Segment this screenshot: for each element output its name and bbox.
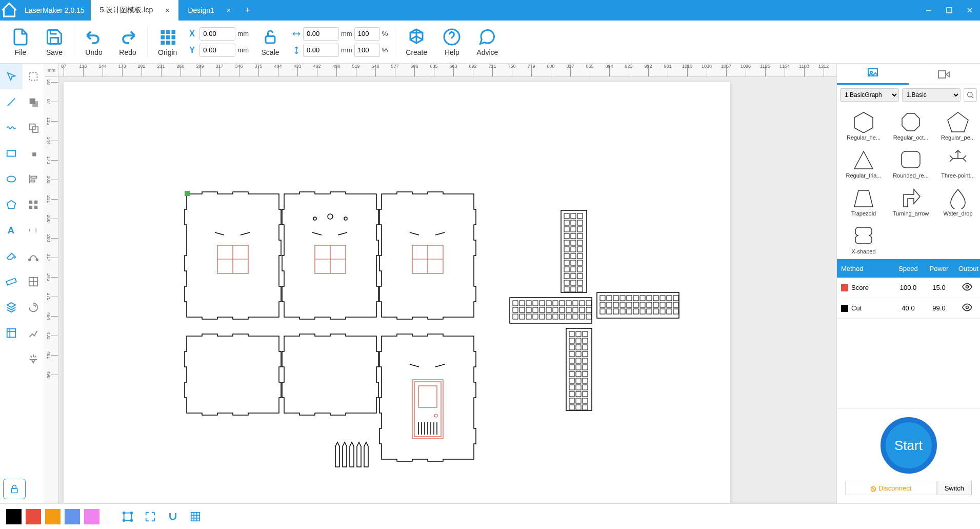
shape-item[interactable]: Regular_oct... — [888, 107, 933, 143]
maximize-button[interactable] — [939, 0, 959, 21]
svg-rect-91 — [577, 240, 583, 245]
category1-select[interactable]: 1.BasicGraph — [840, 88, 899, 102]
grid-tool[interactable] — [0, 320, 23, 346]
origin-marker — [185, 191, 190, 196]
undo-button[interactable]: Undo — [77, 25, 110, 60]
svg-rect-185 — [600, 296, 605, 301]
scale-button[interactable]: Scale — [254, 25, 287, 60]
color-swatch[interactable] — [65, 509, 80, 524]
intersect-tool[interactable] — [23, 141, 45, 166]
svg-rect-92 — [564, 247, 569, 252]
color-swatch[interactable] — [84, 509, 99, 524]
tab-inactive[interactable]: Design1 × — [178, 0, 240, 21]
array-tool[interactable] — [23, 269, 45, 295]
create-button[interactable]: Create — [398, 25, 434, 60]
tab-add-button[interactable]: + — [240, 0, 255, 21]
svg-rect-99 — [571, 260, 576, 265]
tab-active[interactable]: 5.设计图模板.lcp × — [91, 0, 179, 21]
canvas[interactable] — [58, 77, 836, 503]
file-button[interactable]: File — [4, 25, 37, 60]
align-left-tool[interactable] — [23, 166, 45, 192]
line-tool[interactable] — [0, 89, 23, 115]
svg-rect-214 — [633, 309, 638, 314]
svg-rect-174 — [576, 385, 581, 390]
svg-rect-155 — [569, 345, 574, 350]
subtract-tool[interactable] — [23, 115, 45, 141]
mirror-tool[interactable] — [23, 218, 45, 243]
ellipse-tool[interactable] — [0, 166, 23, 192]
camera-tab[interactable] — [909, 64, 981, 85]
svg-point-49 — [344, 217, 347, 220]
height-input[interactable] — [303, 44, 339, 57]
select-tool[interactable] — [0, 64, 23, 89]
curve-tool[interactable] — [0, 115, 23, 141]
layers-tool[interactable] — [0, 295, 23, 320]
trace-tool[interactable] — [23, 320, 45, 346]
disconnect-status[interactable]: Disconnect — [845, 481, 937, 495]
union-tool[interactable] — [23, 89, 45, 115]
color-swatch[interactable] — [45, 509, 61, 524]
text-tool[interactable]: A — [0, 218, 23, 243]
marquee-tool[interactable] — [23, 64, 45, 89]
undo-label: Undo — [85, 48, 102, 56]
layer-row[interactable]: Score100.015.0 — [837, 278, 980, 298]
color-swatch[interactable] — [26, 509, 41, 524]
lock-button[interactable] — [3, 479, 26, 499]
shape-item[interactable]: Turning_arrow — [888, 183, 933, 219]
distribute-tool[interactable] — [23, 192, 45, 218]
advice-button[interactable]: Advice — [469, 25, 505, 60]
x-input[interactable] — [199, 27, 235, 41]
save-button[interactable]: Save — [38, 25, 71, 60]
offset-tool[interactable] — [23, 295, 45, 320]
laser-tool[interactable] — [23, 346, 45, 371]
color-swatch[interactable] — [6, 509, 22, 524]
fit-button[interactable] — [141, 507, 159, 526]
eraser-tool[interactable] — [0, 243, 23, 269]
minimize-button[interactable] — [918, 0, 939, 21]
svg-rect-10 — [161, 41, 165, 45]
width-pct-input[interactable] — [354, 27, 380, 41]
shape-item[interactable]: X-shaped — [841, 221, 886, 257]
height-pct-input[interactable] — [354, 44, 380, 57]
rectangle-tool[interactable] — [0, 141, 23, 166]
start-button[interactable]: Start — [881, 417, 937, 474]
snap-button[interactable] — [164, 507, 182, 526]
polygon-tool[interactable] — [0, 192, 23, 218]
bounds-button[interactable] — [118, 507, 137, 526]
shape-name: Regular_tria... — [843, 172, 884, 179]
shape-item[interactable]: Regular_tria... — [841, 145, 886, 181]
shape-item[interactable]: Trapezoid — [841, 183, 886, 219]
home-icon[interactable] — [0, 1, 18, 19]
switch-button[interactable]: Switch — [937, 481, 972, 495]
grid-toggle-button[interactable] — [186, 507, 205, 526]
origin-button[interactable]: Origin — [151, 25, 184, 60]
node-edit-tool[interactable] — [23, 243, 45, 269]
svg-line-16 — [7, 99, 15, 106]
measure-tool[interactable] — [0, 269, 23, 295]
redo-button[interactable]: Redo — [111, 25, 144, 60]
search-button[interactable] — [964, 88, 977, 102]
layer-row[interactable]: Cut40.099.0 — [837, 298, 980, 319]
shape-item[interactable]: Regular_pe... — [935, 107, 980, 143]
svg-rect-163 — [583, 358, 588, 363]
help-button[interactable]: Help — [435, 25, 468, 60]
svg-point-48 — [328, 214, 333, 219]
shape-item[interactable]: Three-point... — [935, 145, 980, 181]
close-icon[interactable]: × — [227, 6, 231, 14]
svg-rect-219 — [667, 309, 672, 314]
document-tabs: 5.设计图模板.lcp × Design1 × + — [91, 0, 255, 21]
width-input[interactable] — [303, 27, 339, 41]
shape-item[interactable]: Regular_he... — [841, 107, 886, 143]
svg-rect-149 — [569, 331, 574, 337]
y-input[interactable] — [199, 44, 235, 57]
close-icon[interactable]: × — [165, 6, 169, 14]
eye-icon[interactable] — [962, 282, 972, 292]
eye-icon[interactable] — [962, 302, 972, 312]
shapes-tab[interactable] — [837, 64, 909, 85]
category2-select[interactable]: 1.Basic — [902, 88, 961, 102]
shape-name: Regular_pe... — [937, 134, 978, 141]
svg-rect-86 — [564, 233, 569, 239]
shape-item[interactable]: Water_drop — [935, 183, 980, 219]
close-button[interactable] — [959, 0, 980, 21]
shape-item[interactable]: Rounded_re... — [888, 145, 933, 181]
